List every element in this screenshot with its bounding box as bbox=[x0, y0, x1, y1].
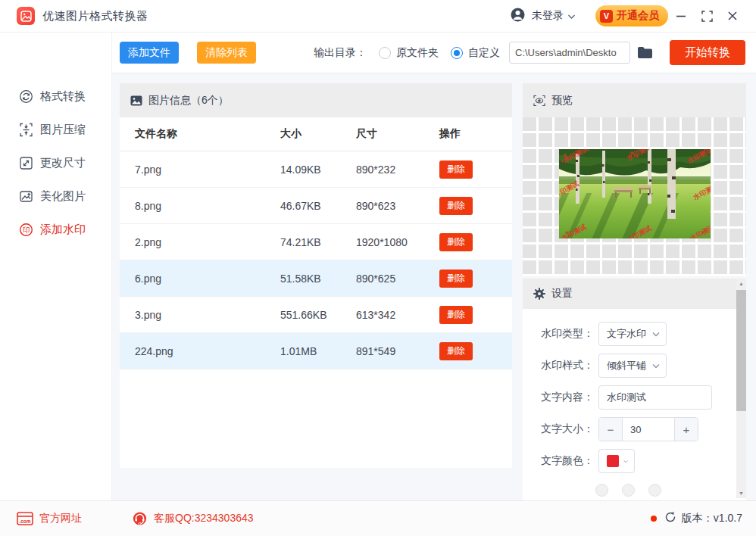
sidebar-item-label: 更改尺寸 bbox=[40, 156, 86, 170]
text-content-label: 文字内容： bbox=[541, 391, 598, 404]
preview-image: 水印测试水印测试水印测试水印测试水印测试水印测试水印测试水印测试 bbox=[559, 149, 711, 238]
delete-button[interactable]: 删除 bbox=[439, 160, 473, 179]
right-panel: 预览 bbox=[523, 83, 746, 500]
partial-option-dots bbox=[595, 484, 746, 497]
table-row[interactable]: 6.png51.58KB890*625删除 bbox=[120, 260, 512, 297]
watermark-style-select[interactable]: 倾斜平铺 bbox=[598, 354, 667, 378]
login-status: 未登录 bbox=[532, 9, 564, 23]
cell-filename: 8.png bbox=[120, 200, 280, 212]
qq-label: 客服QQ:3234303643 bbox=[154, 512, 254, 525]
settings-panel: 设置 水印类型： 文字水印 水印样式： bbox=[523, 279, 746, 500]
browse-folder-button[interactable] bbox=[637, 46, 653, 59]
table-row[interactable]: 7.png14.09KB890*232删除 bbox=[120, 151, 512, 188]
maximize-button[interactable] bbox=[694, 5, 720, 27]
delete-button[interactable]: 删除 bbox=[439, 270, 473, 288]
sidebar-item-watermark[interactable]: 印添加水印 bbox=[0, 213, 111, 246]
user-icon bbox=[510, 7, 526, 26]
scrollbar-thumb[interactable] bbox=[736, 290, 746, 411]
official-website-link[interactable]: .com 官方网址 bbox=[17, 512, 82, 525]
start-convert-button[interactable]: 开始转换 bbox=[670, 40, 745, 65]
support-qq-link[interactable]: 客服QQ:3234303643 bbox=[132, 511, 254, 527]
settings-title: 设置 bbox=[551, 287, 573, 301]
option-dot[interactable] bbox=[648, 484, 661, 497]
app-logo-icon bbox=[17, 7, 35, 25]
preview-title: 预览 bbox=[551, 94, 573, 108]
table-row[interactable]: 3.png551.66KB613*342删除 bbox=[120, 297, 512, 333]
cell-dimensions: 613*342 bbox=[356, 309, 439, 321]
update-indicator-dot bbox=[651, 516, 657, 522]
table-row[interactable]: 224.png1.01MB891*549删除 bbox=[120, 333, 512, 369]
text-size-input[interactable] bbox=[623, 418, 674, 441]
radio-circle bbox=[379, 47, 391, 59]
cell-size: 74.21KB bbox=[280, 236, 356, 248]
table-row[interactable]: 8.png46.67KB890*623删除 bbox=[120, 188, 512, 224]
status-bar: .com 官方网址 客服QQ:3234303643 版本：v1.0.7 bbox=[0, 500, 756, 536]
text-color-label: 文字颜色： bbox=[541, 454, 598, 468]
col-dimensions: 尺寸 bbox=[356, 127, 439, 141]
convert-icon bbox=[18, 89, 33, 104]
folder-icon bbox=[637, 46, 653, 59]
scroll-up-arrow[interactable]: ▲ bbox=[739, 279, 744, 288]
radio-original-folder[interactable]: 原文件夹 bbox=[379, 46, 439, 60]
radio-custom-folder[interactable]: 自定义 bbox=[451, 46, 500, 60]
delete-button[interactable]: 删除 bbox=[439, 306, 473, 324]
radio-custom-label: 自定义 bbox=[468, 46, 500, 60]
cell-filename: 6.png bbox=[120, 273, 280, 285]
text-color-select[interactable] bbox=[598, 449, 635, 473]
preview-panel: 预览 bbox=[523, 83, 746, 276]
table-row[interactable]: 2.png74.21KB1920*1080删除 bbox=[120, 224, 512, 260]
refresh-icon[interactable] bbox=[664, 511, 676, 526]
file-table-title: 图片信息（6个） bbox=[148, 94, 229, 108]
account-menu[interactable]: 未登录 bbox=[510, 7, 576, 26]
radio-original-label: 原文件夹 bbox=[396, 46, 439, 60]
app-title: 优速图片格式转换器 bbox=[42, 9, 148, 23]
add-files-button[interactable]: 添加文件 bbox=[120, 42, 179, 64]
delete-button[interactable]: 删除 bbox=[439, 233, 473, 251]
minimize-button[interactable] bbox=[668, 5, 694, 27]
sidebar-item-label: 图片压缩 bbox=[40, 123, 86, 137]
scroll-down-arrow[interactable]: ▼ bbox=[739, 488, 744, 498]
preview-header: 预览 bbox=[523, 83, 746, 117]
clear-list-button[interactable]: 清除列表 bbox=[197, 42, 256, 64]
delete-button[interactable]: 删除 bbox=[439, 342, 473, 360]
settings-scrollbar[interactable]: ▲ ▼ bbox=[736, 279, 746, 498]
vip-badge-icon: V bbox=[600, 10, 613, 23]
col-size: 大小 bbox=[280, 127, 356, 141]
cell-filename: 224.png bbox=[120, 345, 280, 357]
toolbar: 添加文件 清除列表 输出目录： 原文件夹 自定义 bbox=[112, 33, 756, 73]
sidebar-item-label: 格式转换 bbox=[40, 89, 86, 104]
file-table-header: 图片信息（6个） bbox=[120, 83, 512, 117]
delete-button[interactable]: 删除 bbox=[439, 197, 473, 215]
option-dot[interactable] bbox=[595, 484, 608, 497]
sidebar-item-label: 美化图片 bbox=[40, 189, 86, 204]
cell-filename: 2.png bbox=[120, 236, 280, 248]
text-size-stepper: − + bbox=[598, 417, 698, 441]
watermark-type-label: 水印类型： bbox=[541, 327, 598, 341]
table-column-headers: 文件名称 大小 尺寸 操作 bbox=[120, 117, 512, 151]
size-increase-button[interactable]: + bbox=[674, 418, 698, 441]
sidebar-item-convert[interactable]: 格式转换 bbox=[0, 79, 111, 113]
sidebar-item-label: 添加水印 bbox=[40, 223, 86, 237]
title-bar: 优速图片格式转换器 未登录 V 开通会员 bbox=[0, 0, 756, 33]
watermark-type-select[interactable]: 文字水印 bbox=[598, 322, 667, 346]
cell-size: 551.66KB bbox=[280, 309, 356, 321]
sidebar-item-compress[interactable]: 图片压缩 bbox=[0, 113, 111, 146]
radio-circle bbox=[451, 47, 463, 59]
image-info-icon bbox=[130, 95, 142, 106]
watermark-icon: 印 bbox=[18, 222, 33, 237]
text-size-label: 文字大小： bbox=[541, 422, 598, 436]
size-decrease-button[interactable]: − bbox=[599, 418, 623, 441]
watermark-text-input[interactable] bbox=[598, 385, 712, 410]
sidebar-item-beautify[interactable]: 美化图片 bbox=[0, 179, 111, 213]
cell-dimensions: 890*623 bbox=[356, 200, 439, 212]
sidebar-item-resize[interactable]: 更改尺寸 bbox=[0, 146, 111, 179]
settings-header: 设置 bbox=[523, 279, 736, 309]
cell-filename: 7.png bbox=[120, 164, 280, 176]
cell-size: 1.01MB bbox=[280, 345, 356, 357]
open-vip-button[interactable]: V 开通会员 bbox=[595, 5, 668, 26]
customer-service-icon bbox=[132, 511, 148, 527]
compress-icon bbox=[18, 122, 33, 137]
option-dot[interactable] bbox=[622, 484, 635, 497]
output-path-input[interactable] bbox=[509, 42, 630, 64]
close-button[interactable] bbox=[720, 5, 745, 27]
